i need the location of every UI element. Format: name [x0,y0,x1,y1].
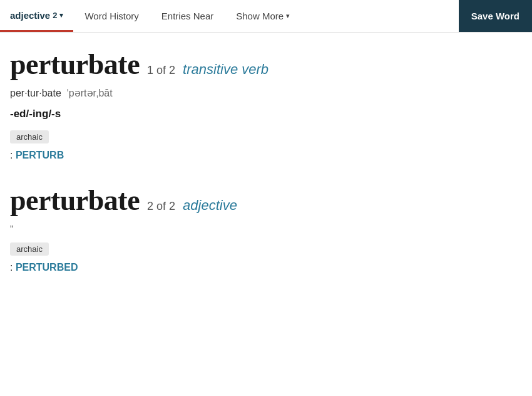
entry-2-def-colon: : [10,262,16,273]
entry-1-num: 1 of 2 [147,64,175,77]
entry-2-word: perturbate [10,184,140,217]
tab-adjective-label: adjective [10,10,50,21]
entry-2-header: perturbate 2 of 2 adjective [10,184,517,217]
entry-2-num: 2 of 2 [147,200,175,213]
entry-2-badge-archaic: archaic [10,242,517,259]
dictionary-content: perturbate 1 of 2 transitive verb per·tu… [0,33,532,311]
entry-1-archaic-badge: archaic [10,130,49,143]
entry-1-inflections: -ed/-ing/-s [10,108,517,120]
entry-1-def-link[interactable]: PERTURB [16,150,64,160]
entry-1: perturbate 1 of 2 transitive verb per·tu… [10,48,517,161]
entry-2-pos: adjective [183,197,237,214]
nav-entries-near[interactable]: Entries Near [150,0,225,32]
tab-adjective[interactable]: adjective 2 ▾ [0,0,73,32]
entry-2-quote: ” [10,223,517,234]
entry-1-pos: transitive verb [183,61,269,78]
tab-adjective-chevron: ▾ [59,11,63,19]
tab-adjective-badge: 2 [53,11,57,20]
entry-2: perturbate 2 of 2 adjective ” archaic : … [10,184,517,273]
entry-1-badge-archaic: archaic [10,130,517,147]
entry-1-header: perturbate 1 of 2 transitive verb [10,48,517,81]
entry-1-word: perturbate [10,48,140,81]
navbar: adjective 2 ▾ Word History Entries Near … [0,0,532,33]
entry-2-def-link[interactable]: PERTURBED [16,262,78,273]
entry-2-definition: : PERTURBED [10,262,517,273]
save-word-button[interactable]: Save Word [459,0,532,32]
nav-word-history[interactable]: Word History [73,0,150,32]
entry-1-syllable: per·tur·bate [10,88,61,99]
entry-1-definition: : PERTURB [10,150,517,161]
entry-1-pronunciation: per·tur·bate ˈpərtər‚bāt [10,87,517,99]
entry-1-def-colon: : [10,150,16,160]
entry-1-ipa: ˈpərtər‚bāt [66,87,113,99]
nav-show-more-chevron: ▾ [286,12,290,20]
nav-show-more[interactable]: Show More ▾ [225,0,301,32]
entry-2-archaic-badge: archaic [10,242,49,256]
nav-show-more-label: Show More [236,11,284,21]
